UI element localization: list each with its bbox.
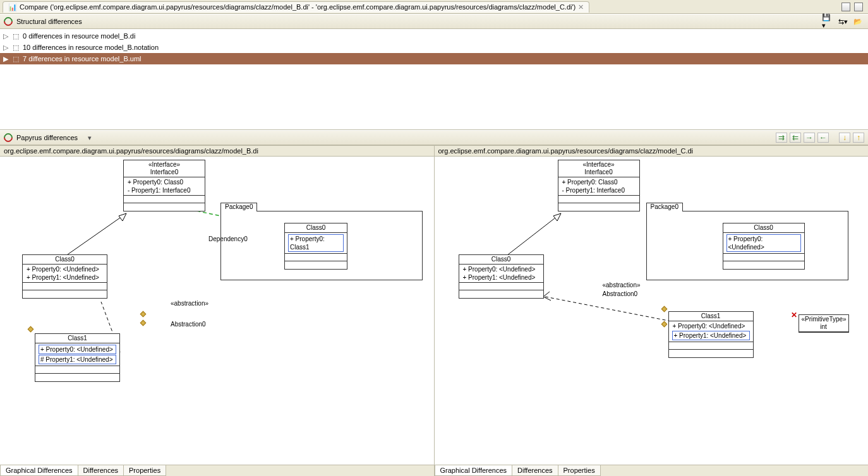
svg-marker-6 xyxy=(553,213,561,221)
close-icon[interactable]: ✕ xyxy=(578,3,584,11)
abstraction-stereotype: «abstraction» xyxy=(603,282,641,289)
svg-line-5 xyxy=(504,213,561,258)
left-canvas[interactable]: «Interface» Interface0 + Property0: Clas… xyxy=(0,157,434,465)
papyrus-logo-icon xyxy=(2,131,15,144)
right-bottom-tabs: Graphical Differences Differences Proper… xyxy=(435,465,869,476)
change-marker-icon xyxy=(140,320,147,326)
filter-icon[interactable]: ⇆▾ xyxy=(836,16,849,27)
tree-row-label: 7 differences in resource model_B.uml xyxy=(23,55,142,62)
prev-diff-icon[interactable]: ↑ xyxy=(853,133,864,143)
abstraction-label: Abstraction0 xyxy=(171,321,206,328)
compare-icon: 📊 xyxy=(8,3,17,11)
structural-diff-tree[interactable]: ▷ ⬚ 0 differences in resource model_B.di… xyxy=(0,29,868,130)
property-row-changed: + Property0: <Undefined> xyxy=(726,234,801,252)
abstraction-stereotype: «abstraction» xyxy=(171,300,208,307)
property-row: + Property0: <Undefined> xyxy=(25,265,104,273)
property-row-changed: + Property0: Class1 xyxy=(288,234,344,252)
copy-all-right-icon[interactable]: ⇉ xyxy=(776,133,787,143)
property-row: - Property1: Interface0 xyxy=(126,186,202,194)
uml-class1[interactable]: Class1 + Property0: <Undefined> # Proper… xyxy=(35,333,120,382)
next-diff-icon[interactable]: ↓ xyxy=(839,133,850,143)
left-resource-path: org.eclipse.emf.compare.diagram.ui.papyr… xyxy=(0,146,434,157)
change-marker-icon xyxy=(140,311,147,318)
diff-node-icon: ⬚ xyxy=(11,32,20,40)
copy-all-left-icon[interactable]: ⇇ xyxy=(790,133,801,143)
papyrus-diff-title: Papyrus differences xyxy=(16,134,78,141)
classifier-name: Class0 xyxy=(726,224,802,232)
right-resource-path: org.eclipse.emf.compare.diagram.ui.papyr… xyxy=(435,146,869,157)
tree-row-label: 0 differences in resource model_B.di xyxy=(23,32,135,40)
stereotype-label: «Interface» xyxy=(126,161,202,169)
tree-row[interactable]: ▷ ⬚ 10 differences in resource model_B.n… xyxy=(0,42,868,53)
property-row: + Property0: Class0 xyxy=(561,178,637,186)
uml-package0[interactable]: Package0 Class0 + Property0: <Undefined> xyxy=(646,211,848,280)
tree-row[interactable]: ▷ ⬚ 0 differences in resource model_B.di xyxy=(0,30,868,42)
expander-icon[interactable]: ▶ xyxy=(3,55,9,63)
right-panel: org.eclipse.emf.compare.diagram.ui.papyr… xyxy=(435,146,869,476)
uml-interface0[interactable]: «Interface» Interface0 + Property0: Clas… xyxy=(123,160,205,211)
uml-interface0[interactable]: «Interface» Interface0 + Property0: Clas… xyxy=(558,160,640,211)
save-dropdown-icon[interactable]: 💾▾ xyxy=(821,16,834,27)
copy-left-icon[interactable]: ← xyxy=(817,133,829,143)
svg-marker-1 xyxy=(119,213,126,221)
classifier-name: Interface0 xyxy=(126,169,202,176)
uml-primitive-int[interactable]: «PrimitiveType» int xyxy=(799,314,849,333)
expander-icon[interactable]: ▷ xyxy=(3,32,9,40)
stereotype-label: «Interface» xyxy=(561,161,637,169)
left-panel: org.eclipse.emf.compare.diagram.ui.papyr… xyxy=(0,146,435,476)
uml-package-class0[interactable]: Class0 + Property0: Class1 xyxy=(284,223,347,270)
dependency-label: Dependency0 xyxy=(208,235,248,242)
classifier-name: Class0 xyxy=(287,224,344,232)
expander-icon[interactable]: ▷ xyxy=(3,44,9,52)
property-row: + Property1: <Undefined> xyxy=(462,273,541,282)
tab-properties[interactable]: Properties xyxy=(558,465,601,476)
tab-graphical-differences[interactable]: Graphical Differences xyxy=(0,465,78,476)
minimize-icon[interactable] xyxy=(841,3,850,11)
structural-diff-title: Structural differences xyxy=(16,18,817,25)
tab-differences[interactable]: Differences xyxy=(78,465,124,476)
tab-differences[interactable]: Differences xyxy=(512,465,558,476)
classifier-name: Class0 xyxy=(25,256,104,263)
property-row-changed: # Property1: <Undefined> xyxy=(39,355,116,364)
classifier-name: Interface0 xyxy=(561,169,637,176)
uml-package0[interactable]: Package0 Class0 + Property0: Class1 xyxy=(220,211,423,280)
property-row: + Property0: Class0 xyxy=(126,178,202,186)
delete-marker-icon: ✕ xyxy=(791,311,797,319)
tree-row[interactable]: ▶ ⬚ 7 differences in resource model_B.um… xyxy=(0,53,868,64)
right-canvas[interactable]: «Interface» Interface0 + Property0: Clas… xyxy=(435,157,869,465)
copy-right-icon[interactable]: → xyxy=(804,133,815,143)
property-row: - Property1: Interface0 xyxy=(561,186,637,194)
maximize-icon[interactable] xyxy=(854,3,863,11)
editor-tab-title: Compare ('org.eclipse.emf.compare.diagra… xyxy=(20,3,576,11)
open-folder-icon[interactable]: 📂 xyxy=(852,16,864,27)
classifier-name: Class1 xyxy=(672,312,750,320)
tab-properties[interactable]: Properties xyxy=(123,465,166,476)
structural-diff-header: Structural differences 💾▾ ⇆▾ 📂 xyxy=(0,14,868,29)
editor-tab[interactable]: 📊 Compare ('org.eclipse.emf.compare.diag… xyxy=(3,1,589,13)
window-controls xyxy=(841,3,865,11)
classifier-name: Class0 xyxy=(462,256,541,263)
change-marker-icon xyxy=(661,306,667,312)
abstraction-label: Abstraction0 xyxy=(603,290,638,297)
change-marker-icon xyxy=(661,321,667,328)
classifier-name: int xyxy=(802,323,846,331)
diff-node-icon: ⬚ xyxy=(11,43,20,52)
property-row: + Property1: <Undefined> xyxy=(25,273,104,282)
dropdown-icon[interactable]: ▾ xyxy=(88,134,92,142)
diff-node-icon: ⬚ xyxy=(11,54,20,63)
uml-class1[interactable]: Class1 + Property0: <Undefined> + Proper… xyxy=(668,311,754,358)
editor-titlebar: 📊 Compare ('org.eclipse.emf.compare.diag… xyxy=(0,0,868,14)
uml-package-class0[interactable]: Class0 + Property0: <Undefined> xyxy=(723,223,805,270)
package-name: Package0 xyxy=(220,203,257,211)
classifier-name: Class1 xyxy=(38,335,117,342)
left-bottom-tabs: Graphical Differences Differences Proper… xyxy=(0,465,434,476)
property-row-changed: + Property0: <Undefined> xyxy=(39,345,116,354)
svg-line-7 xyxy=(545,297,668,321)
tree-row-label: 10 differences in resource model_B.notat… xyxy=(23,44,159,51)
property-row-changed: + Property1: <Undefined> xyxy=(672,331,750,340)
uml-class0[interactable]: Class0 + Property0: <Undefined> + Proper… xyxy=(22,254,107,299)
uml-class0[interactable]: Class0 + Property0: <Undefined> + Proper… xyxy=(459,254,544,299)
tab-graphical-differences[interactable]: Graphical Differences xyxy=(435,465,513,476)
papyrus-logo-icon xyxy=(2,15,15,28)
papyrus-diff-header: Papyrus differences ▾ ⇉ ⇇ → ← ↓ ↑ xyxy=(0,130,868,145)
